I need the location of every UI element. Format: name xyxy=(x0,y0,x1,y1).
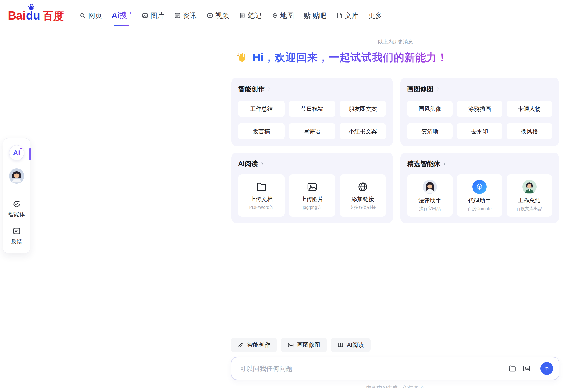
ai-assistant-button[interactable]: Ai ✦ xyxy=(9,145,24,160)
comate-cube-icon xyxy=(472,180,487,194)
attach-file-button[interactable] xyxy=(506,362,518,375)
question-input[interactable] xyxy=(240,365,504,372)
tile-subtitle: 百度文库出品 xyxy=(516,206,542,212)
news-icon xyxy=(174,12,181,19)
card-title: 精选智能体 xyxy=(407,159,440,168)
baidu-logo[interactable]: Bai du 百度 xyxy=(8,10,64,21)
card-featured-agents: 精选智能体 法 xyxy=(400,153,559,223)
tile-group: 法律助手 法行宝出品 代码助手 百度Comate xyxy=(407,174,552,217)
tile-title: 法律助手 xyxy=(418,197,441,204)
tab-videos[interactable]: 视频 xyxy=(206,11,229,20)
quick-action-label: 智能创作 xyxy=(247,341,270,349)
card-header-featured-agents[interactable]: 精选智能体 xyxy=(407,159,552,168)
sidebar-item-agents[interactable]: 智能体 xyxy=(8,199,25,218)
logo-du-wrap: du xyxy=(26,10,40,21)
divider-line xyxy=(417,42,432,42)
chevron-right-icon xyxy=(266,87,271,91)
user-avatar[interactable] xyxy=(9,168,24,184)
card-header-ai-reading[interactable]: AI阅读 xyxy=(238,159,386,168)
greeting-text: Hi，欢迎回来，一起试试我们的新能力！ xyxy=(253,50,448,65)
legal-assistant-avatar xyxy=(423,180,437,194)
greeting-heading: Hi，欢迎回来，一起试试我们的新能力！ xyxy=(237,50,448,65)
quick-action-smart-creation[interactable]: 智能创作 xyxy=(231,338,277,352)
logo-text-baidu-cn: 百度 xyxy=(43,11,64,21)
active-tab-underline xyxy=(114,25,129,26)
chip-remove-watermark[interactable]: 去水印 xyxy=(457,123,502,139)
tile-title: 上传文档 xyxy=(250,195,273,203)
chevron-right-icon xyxy=(435,87,440,91)
card-smart-creation: 智能创作 工作总结 节日祝福 朋友圈文案 发言稿 写评语 小红书文案 xyxy=(231,78,393,146)
tile-upload-image[interactable]: 上传图片 jpg/png等 xyxy=(289,174,335,217)
chip-cartoon-character[interactable]: 卡通人物 xyxy=(507,101,552,117)
card-header-smart-creation[interactable]: 智能创作 xyxy=(238,84,386,93)
tile-upload-document[interactable]: 上传文档 PDF/Word等 xyxy=(238,174,285,217)
card-image-edit: 画图修图 国风头像 涂鸦插画 卡通人物 变清晰 去水印 换风格 xyxy=(400,78,559,146)
logo-text-bai: Bai xyxy=(8,10,25,21)
tab-label: 视频 xyxy=(215,11,229,20)
tile-work-summary-agent[interactable]: 工作总结 百度文库出品 xyxy=(507,174,552,217)
card-title: 画图修图 xyxy=(407,84,434,93)
send-button[interactable] xyxy=(540,362,553,375)
chip-xiaohongshu-copy[interactable]: 小红书文案 xyxy=(340,123,386,139)
card-ai-reading: AI阅读 上传文档 PDF/Word等 上传图片 jpg/png等 xyxy=(231,153,393,223)
image-icon xyxy=(142,12,148,19)
chevron-right-icon xyxy=(442,162,447,166)
folder-icon xyxy=(508,364,516,373)
chip-doodle-illustration[interactable]: 涂鸦插画 xyxy=(457,101,502,117)
sidebar-item-feedback[interactable]: 反馈 xyxy=(11,226,22,245)
quick-actions-row: 智能创作 画图修图 AI阅读 xyxy=(231,338,559,352)
work-summary-avatar xyxy=(522,180,537,194)
tab-label: 图片 xyxy=(150,11,164,20)
chip-speech-draft[interactable]: 发言稿 xyxy=(238,123,285,139)
card-header-image-edit[interactable]: 画图修图 xyxy=(407,84,552,93)
tab-label: Ai搜 xyxy=(112,10,127,21)
image-icon xyxy=(306,181,318,193)
chip-holiday-greetings[interactable]: 节日祝福 xyxy=(289,101,335,117)
card-title: AI阅读 xyxy=(238,159,258,168)
tile-subtitle: jpg/png等 xyxy=(303,205,322,210)
plus-badge: + xyxy=(129,11,131,15)
tile-add-link[interactable]: 添加链接 支持各类链接 xyxy=(340,174,386,217)
search-bar[interactable] xyxy=(231,357,559,380)
ai-logo-text: Ai xyxy=(13,149,20,157)
card-title: 智能创作 xyxy=(238,84,265,93)
chip-write-comments[interactable]: 写评语 xyxy=(289,123,335,139)
tab-images[interactable]: 图片 xyxy=(142,11,164,20)
floating-sidebar: Ai ✦ 智能体 反 xyxy=(3,138,30,253)
book-icon xyxy=(337,342,344,348)
composer-area: 智能创作 画图修图 AI阅读 内容由AI生成，仅供参考 xyxy=(231,338,559,388)
tab-label: 资讯 xyxy=(183,11,197,20)
sidebar-item-label: 反馈 xyxy=(11,238,22,245)
image-icon xyxy=(522,364,531,373)
sidebar-drag-handle[interactable] xyxy=(29,148,31,160)
chip-guofeng-avatar[interactable]: 国风头像 xyxy=(407,101,453,117)
tab-webpage[interactable]: 网页 xyxy=(79,11,102,20)
quick-action-ai-reading[interactable]: AI阅读 xyxy=(331,338,371,352)
feedback-icon xyxy=(12,226,21,235)
chip-moments-copy[interactable]: 朋友圈文案 xyxy=(340,101,386,117)
tile-title: 工作总结 xyxy=(518,197,541,204)
feature-cards-grid: 智能创作 工作总结 节日祝福 朋友圈文案 发言稿 写评语 小红书文案 画图修图 xyxy=(231,78,559,223)
attach-image-button[interactable] xyxy=(520,362,533,375)
folder-icon xyxy=(256,181,267,193)
chip-change-style[interactable]: 换风格 xyxy=(507,123,552,139)
quick-action-label: 画图修图 xyxy=(297,341,320,349)
sidebar-item-label: 智能体 xyxy=(8,211,25,218)
chip-enhance-clarity[interactable]: 变清晰 xyxy=(407,123,453,139)
history-divider-text: 以上为历史消息 xyxy=(378,39,413,45)
tile-title: 代码助手 xyxy=(468,197,491,204)
tile-legal-assistant[interactable]: 法律助手 法行宝出品 xyxy=(407,174,453,217)
video-icon xyxy=(206,12,213,19)
quick-action-image-edit[interactable]: 画图修图 xyxy=(281,338,327,352)
sidebar-divider xyxy=(10,192,24,192)
pen-icon xyxy=(237,342,244,348)
tab-label: 网页 xyxy=(88,11,102,20)
search-icon xyxy=(79,12,86,19)
tile-code-assistant[interactable]: 代码助手 百度Comate xyxy=(457,174,502,217)
chip-work-summary[interactable]: 工作总结 xyxy=(238,101,285,117)
tab-ai-search[interactable]: Ai搜+ xyxy=(112,10,131,21)
tab-news[interactable]: 资讯 xyxy=(174,11,197,20)
arrow-up-icon xyxy=(543,365,550,372)
tile-subtitle: 法行宝出品 xyxy=(419,206,441,212)
tile-title: 添加链接 xyxy=(351,195,374,203)
